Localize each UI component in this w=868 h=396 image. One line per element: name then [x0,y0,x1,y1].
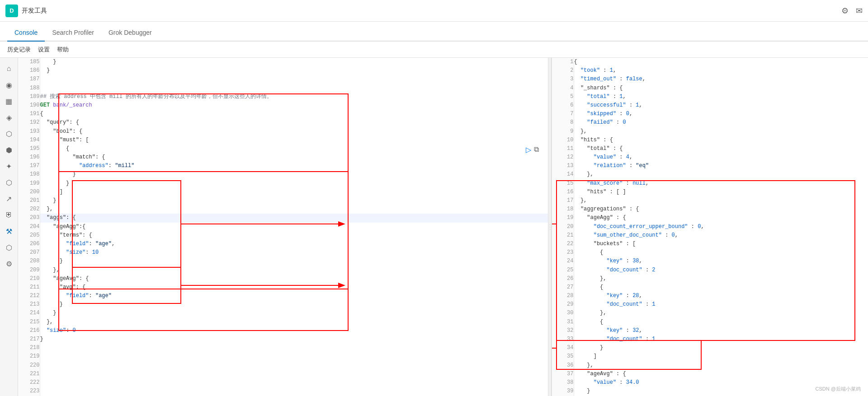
right-code-table: 1 { 2 "took" : 1, 3 "timed_out" : false,… [552,58,868,396]
sidebar-icon-discover[interactable]: ◉ [2,78,16,92]
line-number: 23 [552,248,574,257]
sidebar-icon-home[interactable]: ⌂ [2,61,16,76]
code-line: "relation" : "eq" [574,162,868,170]
tab-console[interactable]: Console [7,24,45,42]
code-line: } [40,170,548,179]
line-number: 221 [18,370,40,378]
editor-wrapper: 185 } 186 } 187 188 189 ## 搜索 address 中包… [18,58,868,396]
panel-divider[interactable]: · · · [548,58,552,396]
run-button[interactable]: ▷ [526,145,531,154]
sidebar-icon-dashboard[interactable]: ▦ [2,94,16,108]
line-number: 210 [18,275,40,283]
line-number: 211 [18,283,40,292]
line-number: 13 [552,162,574,170]
line-number: 36 [552,361,574,370]
code-line: "query": { [40,118,548,127]
code-line: "total" : 1, [574,93,868,101]
line-number: 202 [18,205,40,214]
code-line: "field": "age" [40,292,548,300]
code-line [40,84,548,93]
code-line: "must": [ [40,136,548,144]
line-number: 8 [552,118,574,127]
code-line: "size": 10 [40,248,548,257]
sidebar-icon-stack-management[interactable]: ⚙ [2,256,16,271]
line-number: 204 [18,223,40,231]
line-number: 185 [18,58,40,66]
code-line [40,387,548,396]
line-number: 38 [552,378,574,387]
code-line: { [574,248,868,257]
code-line: } [40,66,548,75]
line-number: 186 [18,66,40,75]
line-number: 11 [552,144,574,153]
code-line: "total" : { [574,144,868,153]
sidebar-icon-dev-tools[interactable]: ⚒ [2,224,16,238]
code-line: "key" : 32, [574,326,868,335]
code-line: ] [574,352,868,361]
code-line: "aggregations" : { [574,205,868,214]
line-number: 4 [552,84,574,93]
line-number: 1 [552,58,574,66]
tab-bar: Console Search Profiler Grok Debugger [0,22,868,42]
line-number: 192 [18,118,40,127]
code-line [40,352,548,361]
line-number: 218 [18,344,40,352]
line-number: 39 [552,387,574,396]
toolbar-help[interactable]: 帮助 [57,46,69,54]
line-number: 33 [552,335,574,344]
line-number: 187 [18,75,40,84]
code-line: }, [40,266,548,275]
main-content: ⌂ ◉ ▦ ◈ ⬡ ⬢ ✦ ⬡ ↗ ⛨ ⚒ ⬡ ⚙ [0,58,868,396]
code-line: "ageAgg" : { [574,214,868,222]
code-line: }, [574,275,868,283]
line-number: 6 [552,101,574,110]
line-number: 14 [552,170,574,179]
code-line: "key" : 28, [574,292,868,300]
code-line: "value" : 4, [574,153,868,162]
sidebar-icon-apm[interactable]: ↗ [2,191,16,206]
sidebar-icon-visualize[interactable]: ◈ [2,110,16,125]
line-number: 201 [18,196,40,205]
settings-icon[interactable]: ⚙ [841,6,849,16]
code-line: "field": "age", [40,240,548,248]
line-number: 21 [552,231,574,240]
line-number: 212 [18,292,40,300]
code-line: }, [40,205,548,214]
code-line: } [40,179,548,188]
code-line: "terms": { [40,231,548,240]
sidebar-icon-ml[interactable]: ✦ [2,159,16,173]
code-line: } [574,344,868,352]
sidebar-icon-stack-monitoring[interactable]: ⬡ [2,240,16,255]
line-number: 28 [552,292,574,300]
line-number: 200 [18,188,40,196]
sidebar-icon-canvas[interactable]: ⬡ [2,126,16,141]
line-number: 12 [552,153,574,162]
line-number: 215 [18,318,40,326]
code-line: }, [574,170,868,179]
toolbar-settings[interactable]: 设置 [38,46,50,54]
code-line: "ageAgg":{ [40,223,548,231]
sidebar-icon-graph[interactable]: ⬡ [2,175,16,190]
tab-search-profiler[interactable]: Search Profiler [45,24,101,42]
code-line: { [40,110,548,118]
sidebar-icon-security[interactable]: ⛨ [2,208,16,222]
code-line: "hits" : { [574,136,868,144]
line-number: 32 [552,326,574,335]
line-number: 222 [18,378,40,387]
line-number: 34 [552,344,574,352]
toolbar: 历史记录 设置 帮助 [0,42,868,58]
copy-button[interactable]: ⧉ [534,145,539,154]
line-number: 16 [552,188,574,196]
line-number: 191 [18,110,40,118]
toolbar-history[interactable]: 历史记录 [7,46,31,54]
sidebar-icon-maps[interactable]: ⬢ [2,143,16,157]
line-number: 30 [552,309,574,317]
code-line: "aggs": { [40,214,548,222]
code-line [40,378,548,387]
left-panel-content[interactable]: 185 } 186 } 187 188 189 ## 搜索 address 中包… [18,58,548,396]
tab-grok-debugger[interactable]: Grok Debugger [101,24,159,42]
line-number: 196 [18,153,40,162]
mail-icon[interactable]: ✉ [856,6,863,16]
top-bar: D 开发工具 ⚙ ✉ [0,0,868,22]
right-panel-content[interactable]: 1 { 2 "took" : 1, 3 "timed_out" : false,… [552,58,868,396]
